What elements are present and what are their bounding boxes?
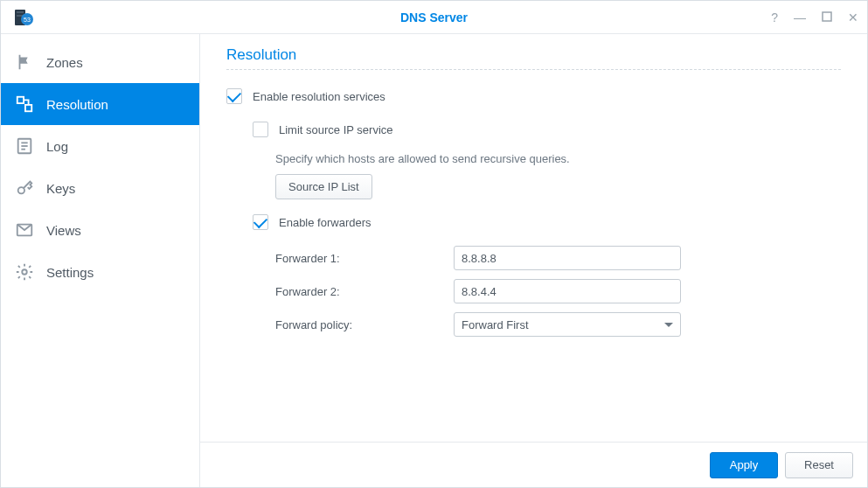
sidebar-item-label: Resolution xyxy=(46,97,108,112)
reset-button[interactable]: Reset xyxy=(785,452,853,478)
maximize-icon[interactable] xyxy=(822,11,832,24)
window-controls: ? — ✕ xyxy=(771,11,858,24)
app-icon: 53 xyxy=(13,7,34,28)
close-icon[interactable]: ✕ xyxy=(848,11,858,24)
section-title: Resolution xyxy=(226,46,841,64)
enable-resolution-checkbox[interactable] xyxy=(226,88,242,104)
forwarder2-label: Forwarder 2: xyxy=(275,285,454,298)
sidebar-item-label: Settings xyxy=(46,265,94,280)
forward-policy-row: Forward policy: Forward First xyxy=(226,308,841,341)
forward-policy-value: Forward First xyxy=(462,318,529,331)
limit-source-ip-label: Limit source IP service xyxy=(279,123,393,136)
log-icon xyxy=(15,136,34,156)
limit-source-ip-help: Specify which hosts are allowed to send … xyxy=(226,149,841,174)
sidebar-item-zones[interactable]: Zones xyxy=(1,41,199,83)
svg-rect-7 xyxy=(25,105,31,111)
help-icon[interactable]: ? xyxy=(771,11,778,24)
source-ip-list-button[interactable]: Source IP List xyxy=(275,174,372,199)
forwarder2-input[interactable] xyxy=(454,279,681,303)
enable-resolution-label: Enable resolution services xyxy=(253,90,385,103)
forwarder1-label: Forwarder 1: xyxy=(275,252,454,265)
sidebar-item-resolution[interactable]: Resolution xyxy=(1,83,199,125)
footer: Apply Reset xyxy=(200,442,867,487)
sidebar-item-label: Log xyxy=(46,139,68,154)
body: Zones Resolution Log Keys xyxy=(1,34,867,487)
enable-resolution-row: Enable resolution services xyxy=(226,82,841,110)
forwarder2-row: Forwarder 2: xyxy=(226,275,841,308)
resolution-icon xyxy=(15,94,34,114)
limit-source-ip-checkbox[interactable] xyxy=(253,122,268,137)
minimize-icon[interactable]: — xyxy=(794,11,806,24)
sidebar-item-label: Keys xyxy=(46,181,75,196)
sidebar: Zones Resolution Log Keys xyxy=(1,34,200,487)
forward-policy-label: Forward policy: xyxy=(275,318,454,331)
apply-button[interactable]: Apply xyxy=(710,452,778,478)
sidebar-item-views[interactable]: Views xyxy=(1,209,199,251)
forwarder1-row: Forwarder 1: xyxy=(226,241,841,275)
gear-icon xyxy=(15,262,34,282)
enable-forwarders-label: Enable forwarders xyxy=(279,216,372,229)
source-ip-list-row: Source IP List xyxy=(226,174,841,199)
enable-forwarders-row: Enable forwarders xyxy=(226,208,841,236)
views-icon xyxy=(15,220,34,240)
svg-rect-6 xyxy=(17,97,24,103)
main-panel: Resolution Enable resolution services Li… xyxy=(200,34,867,487)
sidebar-item-keys[interactable]: Keys xyxy=(1,167,199,209)
svg-rect-1 xyxy=(17,11,24,13)
forward-policy-select[interactable]: Forward First xyxy=(454,312,681,337)
chevron-down-icon xyxy=(664,323,673,327)
flag-icon xyxy=(15,52,34,72)
svg-text:53: 53 xyxy=(24,17,31,23)
svg-rect-5 xyxy=(823,12,831,21)
sidebar-item-label: Views xyxy=(46,223,81,238)
svg-point-14 xyxy=(22,269,27,275)
key-icon xyxy=(15,178,34,198)
window-title: DNS Server xyxy=(1,10,867,24)
sidebar-item-label: Zones xyxy=(46,55,83,70)
sidebar-item-settings[interactable]: Settings xyxy=(1,251,199,293)
content: Resolution Enable resolution services Li… xyxy=(200,34,867,442)
divider xyxy=(226,69,841,70)
enable-forwarders-checkbox[interactable] xyxy=(253,214,268,230)
app-window: 53 DNS Server ? — ✕ Zones Resolution xyxy=(0,0,868,488)
sidebar-item-log[interactable]: Log xyxy=(1,125,199,167)
svg-point-12 xyxy=(18,187,24,193)
forwarder1-input[interactable] xyxy=(454,246,681,270)
limit-source-ip-row: Limit source IP service xyxy=(226,115,841,143)
titlebar: 53 DNS Server ? — ✕ xyxy=(1,1,867,34)
